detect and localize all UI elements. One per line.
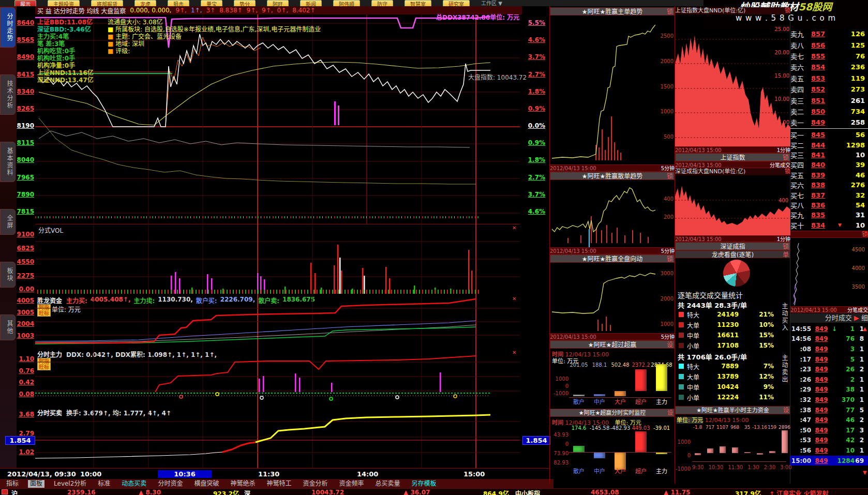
lock-button[interactable]: 锁 bbox=[667, 8, 673, 16]
menu-button-active[interactable]: 展示 bbox=[14, 0, 36, 6]
sell-row[interactable]: 卖二850 734 bbox=[790, 106, 868, 117]
percent-tick: 4.6% bbox=[521, 208, 545, 215]
halfhour-bar-cell: 1107 bbox=[717, 424, 728, 461]
menu-button[interactable]: 智慧室 bbox=[405, 0, 431, 6]
bottom-tab[interactable]: 分时资金 bbox=[156, 480, 185, 488]
trade-row[interactable]: :26849 21 bbox=[790, 374, 868, 385]
menu-button[interactable]: 底部掘货 bbox=[91, 0, 123, 6]
fund-lines bbox=[35, 295, 520, 348]
buy-row[interactable]: 买九835 31 bbox=[790, 210, 868, 220]
settings-button[interactable]: 设 bbox=[667, 409, 673, 417]
sell-row[interactable]: 卖一849 258 bbox=[790, 117, 868, 128]
trade-row[interactable]: 14:55849 ↓ 11 bbox=[790, 324, 868, 334]
trade-row[interactable]: 14:56849 768 bbox=[790, 334, 868, 344]
lock-button[interactable]: 锁 bbox=[667, 172, 673, 181]
bottom-tab[interactable]: 神鹫特工 bbox=[264, 480, 293, 488]
bottom-tab[interactable]: 面板 bbox=[28, 480, 44, 488]
menu-button[interactable]: 狙击 bbox=[168, 0, 189, 6]
panel-sandan-title[interactable]: ★阿旺★胜赢散单趋势 锁 bbox=[550, 172, 675, 180]
menu-button[interactable]: 防守 bbox=[371, 0, 393, 6]
trade-row[interactable]: :17849 51 bbox=[790, 354, 868, 365]
trade-tape: 14:55849 ↓ 11 14:56849 768 :08849 31 :17… bbox=[790, 324, 868, 466]
settings-button[interactable]: 设 bbox=[783, 407, 789, 415]
trade-row[interactable]: :23849 262 bbox=[790, 364, 868, 374]
trade-row[interactable]: :53849 422 bbox=[790, 436, 868, 446]
nnd-sz-title[interactable]: 深证成指大盘NND(单位:亿)锁 bbox=[675, 168, 790, 175]
sell-row[interactable]: 卖三851 261 bbox=[790, 95, 868, 106]
bottom-tab[interactable]: 资金分析 bbox=[301, 480, 330, 488]
scroll-down-icon[interactable]: ▼ bbox=[863, 470, 867, 475]
sh-index-bar[interactable]: 上证指数锁 bbox=[675, 153, 790, 161]
play-icon[interactable]: ▶ bbox=[854, 314, 859, 322]
trade-row[interactable]: :08849 31 bbox=[790, 344, 868, 354]
nnd-sz-axis: 400200 bbox=[772, 198, 788, 218]
lock-button[interactable]: 锁 bbox=[783, 243, 789, 251]
panel-zhudan-title[interactable]: ★阿旺★胜赢主单趋势 锁 bbox=[550, 7, 675, 16]
workspace-label[interactable]: 工作区 ▼ bbox=[481, 0, 502, 6]
menu-button[interactable]: 阿伟顺 bbox=[333, 0, 360, 6]
menu-button[interactable]: 势分 bbox=[234, 0, 256, 6]
trade-row[interactable]: :50849 173 bbox=[790, 425, 868, 436]
trade-row[interactable]: :29849 381 bbox=[790, 385, 868, 395]
detail-link[interactable]: 细 bbox=[861, 314, 868, 322]
menu-button[interactable]: 研究室 bbox=[443, 0, 470, 6]
bottom-tab[interactable]: 总买卖量 bbox=[373, 480, 402, 488]
bottom-tab[interactable]: 另存模板 bbox=[409, 480, 438, 488]
longhu-bar[interactable]: 龙虎看盘(逐笔)单 bbox=[675, 250, 790, 258]
sell-row[interactable]: 卖八856 125 bbox=[790, 39, 868, 50]
sell-row[interactable]: 卖九857 126 bbox=[790, 28, 868, 39]
buy-row[interactable]: 买二844 1298 bbox=[790, 140, 868, 149]
menu-button[interactable]: 龙虎 bbox=[134, 0, 156, 6]
panel-chaoying-title[interactable]: ★阿旺★超过超赢 设 bbox=[550, 340, 675, 349]
buy-row[interactable]: 买八836 54 bbox=[790, 200, 868, 210]
bottom-tab[interactable]: 指标 bbox=[4, 480, 21, 488]
percent-tick: 1.8% bbox=[521, 157, 545, 163]
buy-row[interactable]: 买十834▼ 10 bbox=[790, 220, 868, 230]
legend-square-icon bbox=[679, 364, 684, 369]
trade-row[interactable]: 15:00849 128469 bbox=[790, 456, 868, 466]
bottom-tab[interactable]: 神鹫绝杀 bbox=[228, 480, 257, 488]
lock-button[interactable]: 锁 bbox=[785, 7, 790, 14]
menu-button[interactable]: 阿旺 bbox=[267, 0, 289, 6]
nnd-sh-title[interactable]: 上证指数大盘NND(单位:亿)锁 bbox=[675, 7, 790, 14]
menu-button[interactable]: 新闻 bbox=[300, 0, 322, 6]
bottom-tab[interactable]: 动态买卖 bbox=[119, 480, 148, 488]
trade-row[interactable]: :47849 462 bbox=[790, 415, 868, 425]
menu-button[interactable]: 主题投资 bbox=[48, 0, 80, 6]
menu-buttons: 主题投资底部掘货龙虎狙击量宝势分阿旺新闻阿伟顺防守智慧室研究室 bbox=[48, 0, 470, 6]
buy-row[interactable]: 买五839 46 bbox=[790, 170, 868, 180]
panel-monitor-title[interactable]: ★阿旺★超赢分时实时监控 设 bbox=[550, 409, 675, 417]
scroll-up-icon[interactable]: ▲ bbox=[863, 326, 867, 332]
bottom-tab[interactable]: 资金频率 bbox=[337, 480, 366, 488]
buy-row[interactable]: 买三841 10 bbox=[790, 150, 868, 160]
bottom-tab[interactable]: Level2分析 bbox=[52, 480, 88, 488]
sell-row[interactable]: 卖五853 119 bbox=[790, 73, 868, 84]
order-button[interactable]: 单 bbox=[783, 251, 789, 259]
zhudan-axis: 2500200015001000500 bbox=[657, 34, 674, 140]
sell-row[interactable]: 卖六854 236 bbox=[790, 62, 868, 72]
menu-button[interactable]: 量宝 bbox=[201, 0, 222, 6]
sell-row[interactable]: 卖七855 76 bbox=[790, 51, 868, 62]
lock-button[interactable]: 锁 bbox=[667, 255, 673, 263]
sell-row[interactable]: 卖四852 273 bbox=[790, 84, 868, 95]
lock-button[interactable]: 锁 bbox=[783, 154, 789, 162]
halfhour-title[interactable]: ★阿旺★胜赢半小时主力资金设 bbox=[675, 406, 790, 414]
p4-tick: -1000 bbox=[551, 391, 568, 396]
trade-row[interactable]: :32849 3701 bbox=[790, 395, 868, 405]
buy-row[interactable]: 买四840 39 bbox=[790, 160, 868, 170]
settings-button[interactable]: 设 bbox=[667, 341, 673, 349]
lock-button[interactable]: 锁 bbox=[862, 231, 868, 238]
bottom-tab[interactable]: 标准 bbox=[96, 480, 112, 488]
buy-row[interactable]: 买七837 32 bbox=[790, 190, 868, 200]
bar bbox=[635, 369, 647, 391]
lock-button[interactable]: 锁 bbox=[785, 168, 790, 175]
trade-row[interactable]: :56849 101 bbox=[790, 445, 868, 456]
current-value-left: 1.854 bbox=[5, 436, 35, 445]
sz-index-bar[interactable]: 深证成指锁 bbox=[675, 242, 790, 250]
trade-row[interactable]: :38849 775 bbox=[790, 405, 868, 415]
buy-row[interactable]: 买六838 276 bbox=[790, 180, 868, 190]
buy-row[interactable]: 买一845 56 bbox=[790, 130, 868, 140]
panel-quanpan-title[interactable]: ★阿旺★胜赢全盘向动 锁 bbox=[550, 254, 675, 263]
bottom-tab[interactable]: 横盘突破 bbox=[192, 480, 221, 488]
app-icon[interactable] bbox=[2, 489, 8, 494]
